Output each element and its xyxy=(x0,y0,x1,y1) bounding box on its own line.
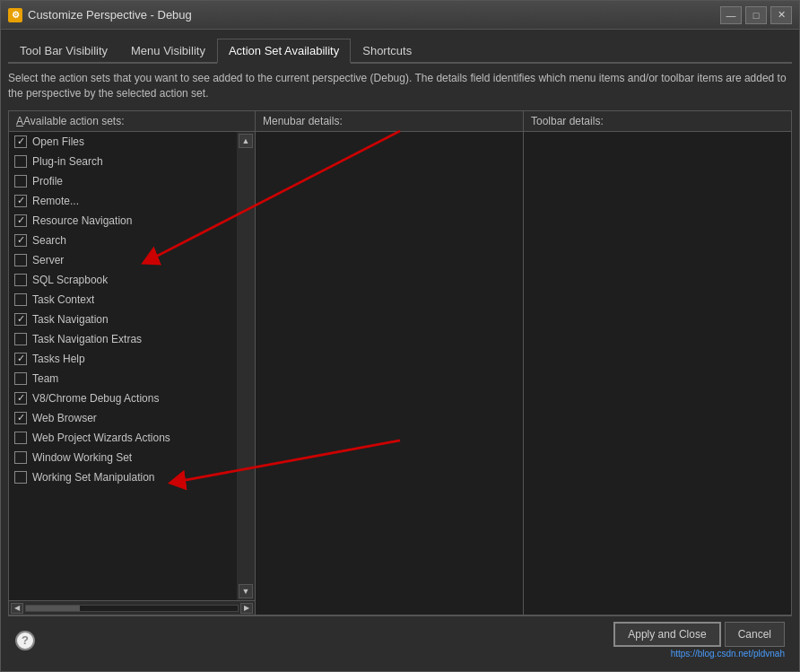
menubar-panel-header: Menubar details: xyxy=(256,111,523,132)
item-label: Task Navigation Extras xyxy=(32,333,142,345)
toolbar-detail-content xyxy=(524,132,791,615)
window: ⚙ Customize Perspective - Debug — □ ✕ To… xyxy=(0,0,800,672)
list-with-scroll: ✓Open FilesPlug-in SearchProfile✓Remote.… xyxy=(9,132,255,600)
scroll-up-button[interactable]: ▲ xyxy=(239,134,253,148)
watermark-text: https://blog.csdn.net/pldvnah xyxy=(671,649,785,659)
minimize-button[interactable]: — xyxy=(720,6,742,24)
item-label: Window Working Set xyxy=(32,451,132,464)
checkbox[interactable]: ✓ xyxy=(14,135,27,148)
item-label: SQL Scrapbook xyxy=(32,274,108,286)
menubar-details-panel: Menubar details: xyxy=(256,111,524,615)
item-label: Search xyxy=(32,234,66,247)
checkbox[interactable] xyxy=(14,155,27,168)
scroll-buttons: ▲ ▼ xyxy=(237,132,255,600)
tab-shortcuts[interactable]: Shortcuts xyxy=(351,39,423,64)
list-item[interactable]: ✓Remote... xyxy=(9,191,237,211)
list-item[interactable]: Server xyxy=(9,250,237,270)
item-label: V8/Chrome Debug Actions xyxy=(32,392,159,405)
item-label: Profile xyxy=(32,175,63,188)
description-text: Select the action sets that you want to … xyxy=(8,71,792,101)
bottom-right: Apply and Close Cancel https://blog.csdn… xyxy=(613,622,785,659)
title-controls: — □ ✕ xyxy=(720,6,792,24)
checkbox[interactable]: ✓ xyxy=(14,195,27,207)
tab-label: Tool Bar Visibility xyxy=(20,44,108,57)
bottom-bar: ? Apply and Close Cancel https://blog.cs… xyxy=(8,615,792,664)
list-item[interactable]: ✓Search xyxy=(9,231,237,250)
tab-toolbar-visibility[interactable]: Tool Bar Visibility xyxy=(8,39,119,64)
item-label: Resource Navigation xyxy=(32,214,132,227)
available-panel-header: AAvailable action sets: xyxy=(9,111,255,132)
checkbox[interactable]: ✓ xyxy=(14,353,27,365)
scroll-right-button[interactable]: ▶ xyxy=(240,603,253,614)
window-title: Customize Perspective - Debug xyxy=(28,8,720,22)
item-label: Plug-in Search xyxy=(32,155,103,168)
tab-label: Action Set Availability xyxy=(229,44,339,57)
available-action-sets-panel: AAvailable action sets: ✓Open FilesPlug-… xyxy=(9,111,256,615)
horizontal-scrollbar[interactable]: ◀ ▶ xyxy=(9,600,255,615)
checkbox[interactable] xyxy=(14,451,27,464)
tab-menu-visibility[interactable]: Menu Visibility xyxy=(119,39,217,64)
tab-label: Shortcuts xyxy=(362,44,412,57)
action-sets-list[interactable]: ✓Open FilesPlug-in SearchProfile✓Remote.… xyxy=(9,132,237,600)
list-item[interactable]: Working Set Manipulation xyxy=(9,467,237,487)
menubar-detail-content xyxy=(256,132,523,615)
checkbox[interactable] xyxy=(14,175,27,188)
checkbox[interactable]: ✓ xyxy=(14,412,27,424)
checkbox[interactable] xyxy=(14,471,27,484)
list-item[interactable]: ✓V8/Chrome Debug Actions xyxy=(9,388,237,408)
list-item[interactable]: ✓Resource Navigation xyxy=(9,211,237,231)
list-item[interactable]: Profile xyxy=(9,171,237,191)
checkbox[interactable] xyxy=(14,254,27,266)
item-label: Web Browser xyxy=(32,412,97,424)
checkbox[interactable]: ✓ xyxy=(14,234,27,247)
main-wrapper: AAvailable action sets: ✓Open FilesPlug-… xyxy=(8,110,792,615)
list-item[interactable]: Web Project Wizards Actions xyxy=(9,428,237,448)
item-label: Task Context xyxy=(32,293,94,306)
apply-close-button[interactable]: Apply and Close xyxy=(613,622,720,647)
scroll-track xyxy=(25,605,239,612)
list-item[interactable]: Task Navigation Extras xyxy=(9,329,237,349)
list-item[interactable]: ✓Tasks Help xyxy=(9,349,237,369)
checkbox[interactable] xyxy=(14,293,27,306)
help-button[interactable]: ? xyxy=(15,631,35,650)
list-item[interactable]: Window Working Set xyxy=(9,448,237,467)
tab-label: Menu Visibility xyxy=(131,44,205,57)
maximize-button[interactable]: □ xyxy=(745,6,767,24)
checkbox[interactable] xyxy=(14,274,27,286)
button-row: Apply and Close Cancel xyxy=(613,622,785,647)
toolbar-details-panel: Toolbar details: xyxy=(524,111,791,615)
item-label: Task Navigation xyxy=(32,313,109,326)
toolbar-panel-header: Toolbar details: xyxy=(524,111,791,132)
checkbox[interactable] xyxy=(14,372,27,385)
list-item[interactable]: Team xyxy=(9,369,237,388)
title-bar: ⚙ Customize Perspective - Debug — □ ✕ xyxy=(1,1,799,30)
list-item[interactable]: Plug-in Search xyxy=(9,152,237,171)
close-button[interactable]: ✕ xyxy=(770,6,792,24)
checkbox[interactable] xyxy=(14,432,27,444)
list-item[interactable]: Task Context xyxy=(9,290,237,310)
dialog-content: Tool Bar Visibility Menu Visibility Acti… xyxy=(1,30,799,671)
list-item[interactable]: SQL Scrapbook xyxy=(9,270,237,290)
list-item[interactable]: ✓Open Files xyxy=(9,132,237,152)
tab-action-set-availability[interactable]: Action Set Availability xyxy=(217,39,351,64)
checkbox[interactable]: ✓ xyxy=(14,313,27,326)
main-area: AAvailable action sets: ✓Open FilesPlug-… xyxy=(8,110,792,615)
scroll-left-button[interactable]: ◀ xyxy=(11,603,23,614)
item-label: Working Set Manipulation xyxy=(32,471,155,484)
checkbox[interactable]: ✓ xyxy=(14,392,27,405)
item-label: Tasks Help xyxy=(32,353,85,365)
checkbox[interactable]: ✓ xyxy=(14,214,27,227)
item-label: Server xyxy=(32,254,64,266)
item-label: Open Files xyxy=(32,135,84,148)
list-item[interactable]: ✓Task Navigation xyxy=(9,310,237,329)
cancel-button[interactable]: Cancel xyxy=(725,622,785,647)
list-item[interactable]: ✓Web Browser xyxy=(9,408,237,428)
scroll-down-button[interactable]: ▼ xyxy=(239,584,253,598)
tab-bar: Tool Bar Visibility Menu Visibility Acti… xyxy=(8,37,792,64)
item-label: Remote... xyxy=(32,195,79,207)
item-label: Team xyxy=(32,372,58,385)
scroll-thumb xyxy=(26,606,80,611)
app-icon: ⚙ xyxy=(8,8,22,22)
item-label: Web Project Wizards Actions xyxy=(32,432,170,444)
checkbox[interactable] xyxy=(14,333,27,345)
